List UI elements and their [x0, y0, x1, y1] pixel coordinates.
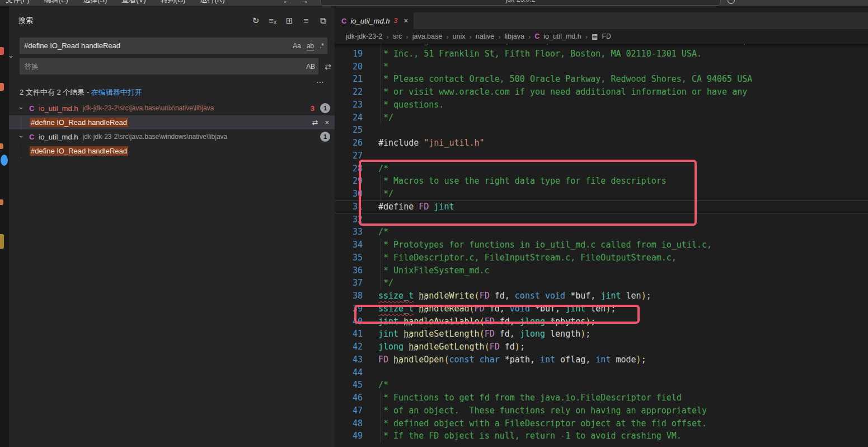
- menu-item[interactable]: 转到(G): [161, 0, 186, 5]
- breadcrumb-item[interactable]: jdk-jdk-23-2: [346, 32, 382, 40]
- tab-problems-count: 3: [394, 17, 398, 25]
- code-line[interactable]: 48 * defined object with a FileDescripto…: [335, 417, 868, 430]
- new-search-editor-icon[interactable]: ⊞: [284, 16, 294, 26]
- file-result-row[interactable]: ›Cio_util_md.hjdk-jdk-23-2\src\java.base…: [9, 101, 335, 115]
- activity-icon-fragment[interactable]: [0, 234, 4, 249]
- replace-all-icon[interactable]: ⇄: [322, 61, 334, 72]
- preserve-case-icon[interactable]: AB: [306, 63, 315, 71]
- code-line[interactable]: 30 */: [335, 188, 868, 201]
- code-line[interactable]: 46 * Functions to get fd from the java.i…: [335, 392, 868, 404]
- menu-item[interactable]: 文件(F): [6, 0, 30, 5]
- menu-item[interactable]: 编辑(E): [44, 0, 68, 5]
- breadcrumb-separator-icon: ›: [528, 32, 531, 41]
- file-result-row[interactable]: ›Cio_util_md.hjdk-jdk-23-2\src\java.base…: [9, 129, 335, 144]
- breadcrumb-item[interactable]: native: [476, 32, 494, 40]
- refresh-icon[interactable]: ↻: [251, 16, 261, 26]
- forward-icon[interactable]: →: [301, 0, 308, 5]
- line-number: 46: [335, 392, 363, 404]
- code-line[interactable]: 36 * UnixFileSystem_md.c: [335, 264, 868, 277]
- code-line[interactable]: 49 * If the FD object is null, return -1…: [335, 430, 868, 443]
- code-line[interactable]: 19 * Inc., 51 Franklin St, Fifth Floor, …: [335, 48, 868, 60]
- activity-icon-fragment[interactable]: [1, 155, 8, 166]
- back-icon[interactable]: ←: [283, 0, 290, 5]
- command-center[interactable]: jdk-23.0.2: [320, 0, 721, 6]
- code-line[interactable]: 40jint handleAvailable(FD fd, jlong *pby…: [335, 315, 868, 328]
- code-line[interactable]: 43FD handleOpen(const char *path, int of…: [335, 353, 868, 366]
- breadcrumb-item[interactable]: libjava: [505, 32, 524, 40]
- code-line[interactable]: 26#include "jni_util.h": [335, 137, 868, 150]
- code-line[interactable]: 18 * 2 along with this work; if not, wri…: [335, 44, 868, 48]
- line-text: * Macros to use the right data type for …: [378, 175, 667, 188]
- code-line[interactable]: 41jint handleSetLength(FD fd, jlong leng…: [335, 328, 868, 341]
- code-line[interactable]: 44: [335, 366, 868, 379]
- menu-item[interactable]: 查看(V): [121, 0, 146, 5]
- code-line[interactable]: 37 */: [335, 277, 868, 290]
- menu-item[interactable]: 选择(S): [83, 0, 107, 5]
- code-line[interactable]: 34 * Prototypes for functions in io_util…: [335, 239, 868, 252]
- activity-bar[interactable]: [0, 6, 9, 447]
- breadcrumb-item[interactable]: java.base: [412, 32, 443, 40]
- code-line[interactable]: 45/*: [335, 379, 868, 392]
- code-line[interactable]: 47 * of an object. These functions rely …: [335, 404, 868, 417]
- breadcrumb-separator-icon: ›: [469, 32, 471, 41]
- file-problems-count: 3: [311, 104, 315, 113]
- code-line[interactable]: 24 */: [335, 111, 868, 124]
- whole-word-icon[interactable]: ab: [307, 42, 314, 50]
- breadcrumb-item[interactable]: unix: [453, 32, 466, 40]
- clear-results-icon[interactable]: ≡ₓ: [268, 16, 278, 26]
- menu-item[interactable]: 运行(R): [200, 0, 224, 5]
- code-line[interactable]: 23 * questions.: [335, 99, 868, 111]
- match-case-icon[interactable]: Aa: [293, 42, 301, 50]
- code-line[interactable]: 32: [335, 213, 868, 226]
- code-area[interactable]: 18 * 2 along with this work; if not, wri…: [335, 44, 868, 447]
- activity-icon-fragment[interactable]: [0, 143, 3, 149]
- open-in-editor-link[interactable]: 在编辑器中打开: [91, 88, 142, 96]
- toggle-search-details-icon[interactable]: ⋯: [316, 77, 325, 86]
- line-text: * or visit www.oracle.com if you need ad…: [378, 86, 747, 99]
- chevron-down-icon[interactable]: ›: [17, 104, 26, 112]
- activity-icon-fragment[interactable]: [0, 83, 4, 91]
- activity-icon-fragment[interactable]: [0, 47, 4, 55]
- close-icon[interactable]: ×: [403, 16, 408, 25]
- code-line[interactable]: 29 * Macros to use the right data type f…: [335, 175, 868, 188]
- breadcrumb-separator-icon: ›: [406, 32, 408, 41]
- breadcrumb-item[interactable]: io_util_md.h: [543, 32, 581, 40]
- line-number: 32: [335, 213, 363, 226]
- search-input[interactable]: [24, 41, 287, 50]
- code-line[interactable]: 33/*: [335, 226, 868, 239]
- tab-bar: C io_util_md.h 3 ×: [335, 12, 868, 29]
- replace-input[interactable]: [24, 62, 301, 71]
- code-line[interactable]: 21 * Please contact Oracle, 500 Oracle P…: [335, 73, 868, 86]
- search-input-box: Aa ab .*: [20, 38, 327, 54]
- code-line[interactable]: 42jlong handleGetLength(FD fd);: [335, 341, 868, 353]
- code-line[interactable]: 39ssize_t handleRead(FD fd, void *buf, j…: [335, 302, 868, 315]
- code-line[interactable]: 25: [335, 124, 868, 137]
- code-line[interactable]: 20 *: [335, 60, 868, 73]
- code-line[interactable]: 38ssize_t handleWrite(FD fd, const void …: [335, 290, 868, 302]
- code-line[interactable]: 31#define FD jint: [335, 201, 868, 213]
- dismiss-icon[interactable]: ×: [325, 118, 329, 127]
- breadcrumb-separator-icon: ›: [386, 32, 388, 41]
- match-row[interactable]: #define IO_Read handleRead⇄×: [9, 115, 335, 129]
- breadcrumb-item[interactable]: FD: [602, 32, 611, 40]
- replace-match-icon[interactable]: ⇄: [312, 118, 318, 127]
- line-number: 23: [335, 99, 363, 111]
- regex-icon[interactable]: .*: [320, 42, 324, 50]
- tab-io-util-md-h[interactable]: C io_util_md.h 3 ×: [335, 12, 414, 29]
- title-bar: 文件(F)编辑(E)选择(S)查看(V)转到(G)运行(R) ← → jdk-2…: [0, 0, 868, 6]
- code-line[interactable]: 27: [335, 150, 868, 162]
- match-row[interactable]: #define IO_Read handleRead: [9, 144, 335, 158]
- line-number: 38: [335, 290, 363, 302]
- account-icon[interactable]: [728, 0, 735, 4]
- breadcrumb-item[interactable]: src: [393, 32, 402, 40]
- activity-icon-fragment[interactable]: [0, 199, 3, 205]
- history-nav: ← →: [283, 0, 308, 5]
- chevron-down-icon[interactable]: ›: [17, 133, 26, 141]
- code-line[interactable]: 28/*: [335, 162, 868, 175]
- open-in-editor-icon[interactable]: ⧉: [318, 16, 328, 26]
- code-line[interactable]: 35 * FileDescriptor.c, FileInputStream.c…: [335, 252, 868, 264]
- code-line[interactable]: 22 * or visit www.oracle.com if you need…: [335, 86, 868, 99]
- collapse-all-icon[interactable]: ≡: [301, 16, 311, 26]
- c-file-icon: C: [29, 133, 34, 141]
- toggle-replace-chevron[interactable]: ›: [10, 53, 19, 62]
